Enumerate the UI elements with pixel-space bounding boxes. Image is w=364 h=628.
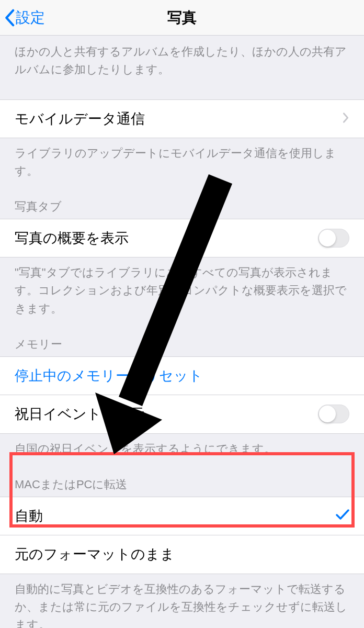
reset-memories-label: 停止中のメモリーをリセット: [15, 366, 203, 385]
cellular-footer: ライブラリのアップデートにモバイルデータ通信を使用します。: [0, 138, 364, 186]
holiday-events-label: 祝日イベントを表示: [15, 405, 144, 423]
transfer-original-label: 元のフォーマットのまま: [15, 545, 175, 564]
page-title: 写真: [167, 8, 197, 28]
photos-summary-switch[interactable]: [318, 229, 349, 248]
photos-tab-footer: "写真"タブではライブラリにあるすべての写真が表示されます。コレクションおよび年…: [0, 257, 364, 323]
cellular-data-row[interactable]: モバイルデータ通信: [0, 99, 364, 138]
transfer-option-original[interactable]: 元のフォーマットのまま: [0, 535, 364, 574]
transfer-footer: 自動的に写真とビデオを互換性のあるフォーマットで転送するか、または常に元のファイ…: [0, 574, 364, 628]
transfer-option-auto[interactable]: 自動: [0, 497, 364, 535]
memories-footer: 自国の祝日イベントを表示するようにできます。: [0, 434, 364, 464]
shared-albums-footer: ほかの人と共有するアルバムを作成したり、ほかの人の共有アルバムに参加したりします…: [0, 36, 364, 85]
section-header-transfer: MACまたはPCに転送: [0, 464, 364, 497]
section-header-memories: メモリー: [0, 324, 364, 356]
back-label: 設定: [16, 8, 45, 28]
chevron-left-icon: [4, 9, 15, 27]
checkmark-icon: [336, 508, 349, 524]
back-button[interactable]: 設定: [4, 8, 45, 28]
cellular-data-label: モバイルデータ通信: [15, 109, 145, 128]
chevron-right-icon: [342, 111, 349, 127]
holiday-events-switch[interactable]: [318, 405, 349, 423]
reset-memories-row[interactable]: 停止中のメモリーをリセット: [0, 356, 364, 395]
section-header-photos-tab: 写真タブ: [0, 186, 364, 219]
transfer-auto-label: 自動: [15, 507, 43, 525]
holiday-events-row[interactable]: 祝日イベントを表示: [0, 395, 364, 434]
photos-summary-row[interactable]: 写真の概要を表示: [0, 219, 364, 257]
photos-summary-label: 写真の概要を表示: [15, 229, 129, 248]
nav-bar: 設定 写真: [0, 0, 364, 36]
